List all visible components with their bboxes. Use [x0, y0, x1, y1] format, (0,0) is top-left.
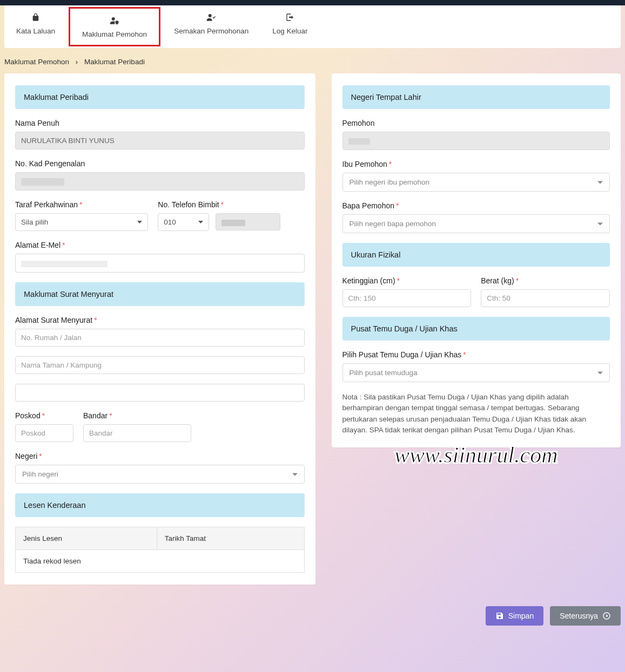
- right-panel: Negeri Tempat Lahir Pemohon Ibu Pemohon*…: [332, 73, 621, 447]
- marital-label: Taraf Perkahwinan*: [15, 200, 148, 209]
- address-line2-input[interactable]: [15, 356, 305, 374]
- mother-label: Ibu Pemohon*: [342, 160, 610, 168]
- nav-tab-applicant-info[interactable]: Maklumat Pemohon: [69, 7, 160, 46]
- postcode-input[interactable]: [15, 424, 73, 442]
- marital-select[interactable]: Sila pilih: [15, 213, 148, 231]
- left-panel: Maklumat Peribadi Nama Penuh No. Kad Pen…: [4, 73, 315, 585]
- interview-note: Nota : Sila pastikan Pusat Temu Duga / U…: [342, 392, 610, 436]
- user-shield-icon: [82, 16, 147, 27]
- interview-center-label: Pilih Pusat Temu Duga / Ujian Khas*: [342, 350, 610, 359]
- phone-prefix-select[interactable]: 010: [158, 213, 209, 231]
- father-label: Bapa Pemohon*: [342, 201, 610, 210]
- email-label: Alamat E-Mel*: [15, 241, 305, 249]
- mother-state-select[interactable]: Pilih negeri ibu pemohon: [342, 173, 610, 192]
- email-input[interactable]: [15, 254, 305, 273]
- nav-tab-label: Log Keluar: [272, 27, 307, 35]
- city-label: Bandar*: [83, 411, 191, 420]
- section-birth-state: Negeri Tempat Lahir: [342, 85, 610, 109]
- chevron-down-icon: [597, 371, 603, 374]
- height-label: Ketinggian (cm)*: [342, 276, 472, 285]
- section-license: Lesen Kenderaan: [15, 493, 305, 517]
- footer-buttons: Simpan Seterusnya: [0, 601, 625, 642]
- chevron-right-icon: ›: [76, 58, 78, 66]
- lock-icon: [16, 13, 55, 24]
- svg-point-0: [112, 17, 115, 21]
- weight-label: Berat (kg)*: [481, 276, 610, 285]
- svg-point-1: [209, 14, 212, 17]
- section-interview: Pusat Temu Duga / Ujian Khas: [342, 317, 610, 341]
- license-empty-cell: Tiada rekod lesen: [16, 550, 305, 573]
- phone-number-input[interactable]: [216, 213, 280, 230]
- section-mailing: Maklumat Surat Menyurat: [15, 282, 305, 306]
- user-check-icon: [174, 13, 248, 24]
- nav-tab-label: Semakan Permohonan: [174, 27, 248, 35]
- ic-label: No. Kad Pengenalan: [15, 159, 305, 168]
- chevron-down-icon: [597, 181, 603, 184]
- nav-tab-logout[interactable]: Log Keluar: [260, 5, 319, 48]
- chevron-down-icon: [292, 473, 298, 476]
- top-dark-bar: [0, 0, 625, 5]
- interview-center-select[interactable]: Pilih pusat temuduga: [342, 363, 610, 382]
- address-line1-input[interactable]: [15, 329, 305, 347]
- father-state-select[interactable]: Pilih negeri bapa pemohon: [342, 214, 610, 233]
- section-personal: Maklumat Peribadi: [15, 85, 305, 109]
- license-table: Jenis Lesen Tarikh Tamat Tiada rekod les…: [15, 527, 305, 573]
- applicant-label: Pemohon: [342, 119, 610, 127]
- logout-icon: [272, 13, 307, 24]
- table-row: Tiada rekod lesen: [16, 550, 305, 573]
- nav-tab-label: Kata Laluan: [16, 27, 55, 35]
- main-nav: Kata Laluan Maklumat Pemohon Semakan Per…: [4, 5, 621, 48]
- arrow-right-circle-icon: [602, 612, 611, 620]
- mobile-label: No. Telefon Bimbit*: [158, 200, 304, 209]
- breadcrumb: Maklumat Pemohon › Maklumat Peribadi: [0, 58, 625, 73]
- address-line3-input[interactable]: [15, 384, 305, 402]
- state-select[interactable]: Pilih negeri: [15, 465, 305, 484]
- full-name-input: [15, 132, 305, 150]
- height-input[interactable]: [342, 289, 472, 307]
- license-expiry-header: Tarikh Tamat: [157, 527, 304, 550]
- license-type-header: Jenis Lesen: [16, 527, 157, 550]
- section-physical: Ukuran Fizikal: [342, 243, 610, 267]
- applicant-state-input: [342, 132, 610, 150]
- next-button[interactable]: Seterusnya: [550, 606, 621, 626]
- breadcrumb-current: Maklumat Peribadi: [84, 58, 145, 66]
- nav-tab-password[interactable]: Kata Laluan: [4, 5, 67, 48]
- chevron-down-icon: [597, 222, 603, 225]
- postcode-label: Poskod*: [15, 411, 73, 420]
- city-input[interactable]: [83, 424, 191, 442]
- nav-tab-label: Maklumat Pemohon: [82, 30, 147, 38]
- nav-tab-check-application[interactable]: Semakan Permohonan: [162, 5, 260, 48]
- full-name-label: Nama Penuh: [15, 119, 305, 127]
- weight-input[interactable]: [481, 289, 610, 307]
- ic-input: [15, 172, 305, 191]
- breadcrumb-parent[interactable]: Maklumat Pemohon: [4, 58, 69, 66]
- save-button[interactable]: Simpan: [486, 606, 543, 626]
- save-icon: [495, 612, 504, 620]
- mailing-address-label: Alamat Surat Menyurat*: [15, 316, 305, 324]
- state-label: Negeri*: [15, 452, 305, 460]
- watermark: www.siinurul.com: [332, 442, 621, 468]
